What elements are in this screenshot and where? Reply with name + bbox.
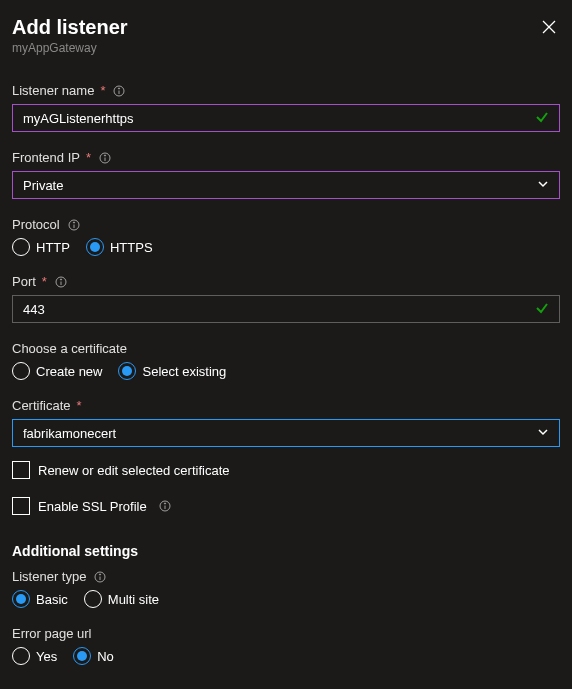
cert-create-option[interactable]: Create new	[12, 362, 102, 380]
listener-type-multi-label: Multi site	[108, 592, 159, 607]
field-listener-name: Listener name * myAGListenerhttps	[12, 83, 560, 132]
renew-cert-label: Renew or edit selected certificate	[38, 463, 229, 478]
protocol-radio-group: HTTP HTTPS	[12, 238, 560, 256]
cert-existing-option[interactable]: Select existing	[118, 362, 226, 380]
port-label-text: Port	[12, 274, 36, 289]
cert-choice-label: Choose a certificate	[12, 341, 560, 356]
enable-ssl-row[interactable]: Enable SSL Profile	[12, 497, 560, 515]
port-input[interactable]: 443	[12, 295, 560, 323]
field-certificate: Certificate * fabrikamonecert Renew or e…	[12, 398, 560, 515]
close-button[interactable]	[538, 16, 560, 41]
field-port: Port * 443	[12, 274, 560, 323]
field-error-page: Error page url Yes No	[12, 626, 560, 665]
listener-type-multi-option[interactable]: Multi site	[84, 590, 159, 608]
svg-point-13	[60, 278, 61, 279]
check-icon	[535, 301, 549, 318]
field-listener-type: Listener type Basic Multi site	[12, 569, 560, 608]
port-label: Port *	[12, 274, 560, 289]
certificate-select[interactable]: fabrikamonecert	[12, 419, 560, 447]
certificate-value: fabrikamonecert	[23, 426, 116, 441]
error-page-label: Error page url	[12, 626, 560, 641]
checkbox-icon	[12, 461, 30, 479]
error-page-radio-group: Yes No	[12, 647, 560, 665]
cert-choice-radio-group: Create new Select existing	[12, 362, 560, 380]
cert-create-label: Create new	[36, 364, 102, 379]
error-page-no-label: No	[97, 649, 114, 664]
listener-type-label: Listener type	[12, 569, 560, 584]
info-icon[interactable]	[113, 85, 125, 97]
info-icon[interactable]	[99, 152, 111, 164]
listener-type-basic-option[interactable]: Basic	[12, 590, 68, 608]
frontend-ip-select[interactable]: Private	[12, 171, 560, 199]
title-block: Add listener myAppGateway	[12, 16, 128, 55]
required-asterisk: *	[77, 398, 82, 413]
radio-icon	[12, 647, 30, 665]
svg-point-16	[164, 503, 165, 504]
protocol-label: Protocol	[12, 217, 560, 232]
check-icon	[535, 110, 549, 127]
info-icon[interactable]	[94, 571, 106, 583]
field-protocol: Protocol HTTP HTTPS	[12, 217, 560, 256]
radio-icon	[73, 647, 91, 665]
chevron-down-icon	[537, 178, 549, 193]
frontend-ip-label-text: Frontend IP	[12, 150, 80, 165]
listener-type-radio-group: Basic Multi site	[12, 590, 560, 608]
error-page-no-option[interactable]: No	[73, 647, 114, 665]
certificate-label-text: Certificate	[12, 398, 71, 413]
listener-name-label-text: Listener name	[12, 83, 94, 98]
additional-settings-heading: Additional settings	[12, 543, 560, 559]
protocol-https-label: HTTPS	[110, 240, 153, 255]
frontend-ip-label: Frontend IP *	[12, 150, 560, 165]
close-icon	[542, 22, 556, 37]
cert-existing-label: Select existing	[142, 364, 226, 379]
certificate-label: Certificate *	[12, 398, 560, 413]
protocol-https-option[interactable]: HTTPS	[86, 238, 153, 256]
panel-header: Add listener myAppGateway	[12, 16, 560, 55]
chevron-down-icon	[537, 426, 549, 441]
svg-point-19	[100, 573, 101, 574]
listener-name-input[interactable]: myAGListenerhttps	[12, 104, 560, 132]
port-value: 443	[23, 302, 45, 317]
frontend-ip-value: Private	[23, 178, 63, 193]
page-title: Add listener	[12, 16, 128, 39]
required-asterisk: *	[86, 150, 91, 165]
info-icon[interactable]	[55, 276, 67, 288]
svg-point-7	[104, 154, 105, 155]
listener-type-basic-label: Basic	[36, 592, 68, 607]
radio-icon	[84, 590, 102, 608]
field-frontend-ip: Frontend IP * Private	[12, 150, 560, 199]
page-subtitle: myAppGateway	[12, 41, 128, 55]
radio-icon	[12, 238, 30, 256]
radio-icon	[86, 238, 104, 256]
listener-name-label: Listener name *	[12, 83, 560, 98]
error-page-yes-option[interactable]: Yes	[12, 647, 57, 665]
listener-type-label-text: Listener type	[12, 569, 86, 584]
checkbox-icon	[12, 497, 30, 515]
info-icon[interactable]	[68, 219, 80, 231]
listener-name-value: myAGListenerhttps	[23, 111, 134, 126]
field-cert-choice: Choose a certificate Create new Select e…	[12, 341, 560, 380]
protocol-http-label: HTTP	[36, 240, 70, 255]
svg-point-10	[73, 221, 74, 222]
radio-icon	[118, 362, 136, 380]
required-asterisk: *	[100, 83, 105, 98]
radio-icon	[12, 590, 30, 608]
enable-ssl-label: Enable SSL Profile	[38, 499, 147, 514]
radio-icon	[12, 362, 30, 380]
error-page-yes-label: Yes	[36, 649, 57, 664]
protocol-label-text: Protocol	[12, 217, 60, 232]
svg-point-4	[119, 87, 120, 88]
required-asterisk: *	[42, 274, 47, 289]
protocol-http-option[interactable]: HTTP	[12, 238, 70, 256]
renew-cert-row[interactable]: Renew or edit selected certificate	[12, 461, 560, 479]
info-icon[interactable]	[159, 500, 171, 512]
